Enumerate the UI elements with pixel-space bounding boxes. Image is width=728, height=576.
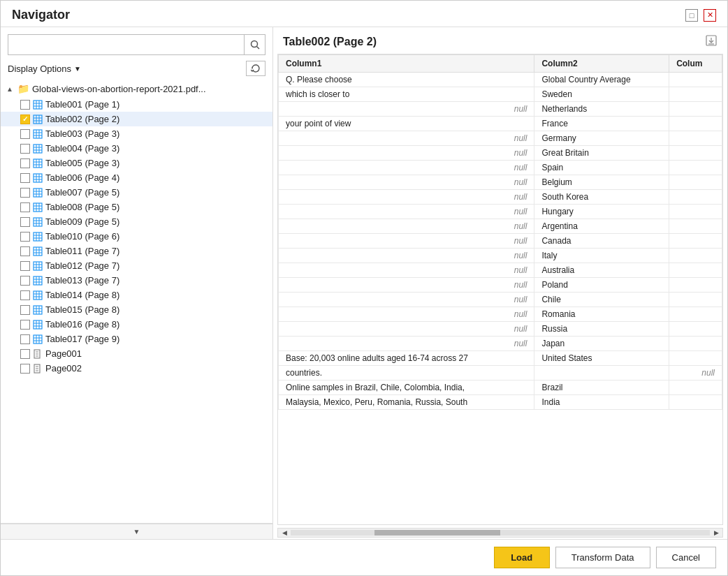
scroll-right-button[interactable]: ▶ bbox=[711, 529, 721, 537]
table-cell-col1: which is closer to bbox=[279, 87, 534, 102]
tree-child-label: Table011 (Page 7) bbox=[45, 246, 267, 256]
table-cell-col2: France bbox=[534, 117, 669, 131]
table-cell-col3 bbox=[669, 322, 722, 337]
tree-checkbox[interactable] bbox=[20, 364, 30, 374]
svg-rect-12 bbox=[34, 130, 42, 138]
tree-child-item[interactable]: Table009 (Page 5) bbox=[1, 214, 272, 229]
tree-child-label: Table001 (Page 1) bbox=[45, 99, 267, 110]
table-cell-col3 bbox=[669, 117, 722, 131]
transform-data-button[interactable]: Transform Data bbox=[555, 547, 650, 568]
tree-child-item[interactable]: Table004 (Page 3) bbox=[1, 141, 272, 156]
table-cell-col1: null bbox=[279, 322, 534, 337]
svg-rect-37 bbox=[34, 203, 42, 212]
close-button[interactable]: ✕ bbox=[704, 9, 716, 22]
table-cell-col3 bbox=[669, 87, 722, 102]
tree-checkbox[interactable] bbox=[20, 246, 30, 256]
tree-child-label: Table007 (Page 5) bbox=[45, 187, 267, 198]
tree-checkbox[interactable] bbox=[20, 334, 30, 344]
tree-checkbox[interactable] bbox=[20, 202, 30, 212]
export-button[interactable] bbox=[705, 34, 718, 50]
scroll-thumb bbox=[374, 530, 500, 536]
tree-area[interactable]: ▲ 📁 Global-views-on-abortion-report-2021… bbox=[1, 80, 272, 523]
navigator-window: Navigator □ ✕ Display Option bbox=[0, 0, 728, 576]
tree-child-item[interactable]: Table013 (Page 7) bbox=[1, 273, 272, 288]
tree-parent: ▲ 📁 Global-views-on-abortion-report-2021… bbox=[1, 80, 272, 376]
tree-child-item[interactable]: Table011 (Page 7) bbox=[1, 244, 272, 258]
table-row: nullCanada bbox=[279, 234, 722, 249]
tree-checkbox[interactable] bbox=[20, 188, 30, 198]
tree-child-label: Page002 bbox=[45, 363, 267, 374]
tree-checkbox[interactable] bbox=[20, 349, 30, 359]
tree-child-label: Table002 (Page 2) bbox=[45, 114, 267, 124]
tree-checkbox[interactable] bbox=[20, 173, 30, 183]
right-panel-title: Table002 (Page 2) bbox=[283, 36, 377, 48]
tree-child-item[interactable]: Table017 (Page 9) bbox=[1, 332, 272, 346]
display-options-button[interactable]: Display Options ▼ bbox=[8, 64, 81, 74]
tree-child-item[interactable]: Table002 (Page 2) bbox=[1, 112, 272, 126]
tree-child-item[interactable]: Table012 (Page 7) bbox=[1, 258, 272, 273]
tree-checkbox[interactable] bbox=[20, 217, 30, 227]
tree-child-item[interactable]: Table008 (Page 5) bbox=[1, 200, 272, 214]
search-button[interactable] bbox=[244, 35, 265, 54]
table-cell-col2: Germany bbox=[534, 131, 669, 146]
tree-checkbox[interactable] bbox=[20, 232, 30, 242]
cancel-button[interactable]: Cancel bbox=[656, 547, 716, 568]
table-cell-col3 bbox=[669, 249, 722, 263]
tree-child-item[interactable]: Table016 (Page 8) bbox=[1, 317, 272, 332]
table-row: nullSpain bbox=[279, 161, 722, 175]
table-icon bbox=[33, 173, 43, 183]
table-row: nullItaly bbox=[279, 249, 722, 263]
tree-checkbox[interactable] bbox=[20, 290, 30, 300]
tree-checkbox[interactable] bbox=[20, 129, 30, 139]
horizontal-scrollbar: ◀ ▶ bbox=[277, 528, 723, 538]
table-cell-col1: null bbox=[279, 293, 534, 307]
data-table-wrapper[interactable]: Column1Column2Colum Q. Please chooseGlob… bbox=[277, 54, 723, 525]
svg-rect-17 bbox=[34, 145, 42, 153]
tree-child-item[interactable]: Table015 (Page 8) bbox=[1, 302, 272, 317]
table-cell-col2: Great Britain bbox=[534, 146, 669, 161]
tree-checkbox[interactable] bbox=[20, 261, 30, 271]
tree-child-item[interactable]: Table007 (Page 5) bbox=[1, 185, 272, 200]
table-row: nullArgentina bbox=[279, 219, 722, 234]
table-row: nullGreat Britain bbox=[279, 146, 722, 161]
tree-child-label: Table017 (Page 9) bbox=[45, 334, 267, 344]
table-cell-col1: null bbox=[279, 278, 534, 293]
table-icon bbox=[33, 232, 43, 242]
refresh-button[interactable] bbox=[246, 61, 265, 76]
tree-parent-item[interactable]: ▲ 📁 Global-views-on-abortion-report-2021… bbox=[1, 80, 272, 97]
table-icon bbox=[33, 246, 43, 256]
search-input[interactable] bbox=[8, 36, 244, 54]
tree-checkbox[interactable] bbox=[20, 305, 30, 315]
table-icon bbox=[33, 144, 43, 154]
tree-child-label: Table006 (Page 4) bbox=[45, 172, 267, 183]
table-column-header: Column1 bbox=[279, 55, 534, 73]
scroll-left-button[interactable]: ◀ bbox=[279, 529, 289, 537]
maximize-button[interactable]: □ bbox=[685, 9, 698, 22]
tree-checkbox[interactable] bbox=[20, 100, 30, 110]
table-row: Q. Please chooseGlobal Country Average bbox=[279, 73, 722, 87]
table-row: your point of viewFrance bbox=[279, 117, 722, 131]
tree-checkbox[interactable] bbox=[20, 158, 30, 168]
table-row: nullNetherlands bbox=[279, 102, 722, 117]
tree-child-item[interactable]: Page001 bbox=[1, 346, 272, 361]
tree-child-label: Table009 (Page 5) bbox=[45, 216, 267, 227]
tree-child-item[interactable]: Table010 (Page 6) bbox=[1, 229, 272, 244]
tree-child-item[interactable]: Table005 (Page 3) bbox=[1, 156, 272, 170]
table-row: which is closer toSweden bbox=[279, 87, 722, 102]
tree-checkbox[interactable] bbox=[20, 320, 30, 330]
tree-child-item[interactable]: Table001 (Page 1) bbox=[1, 97, 272, 112]
table-cell-col2: Sweden bbox=[534, 87, 669, 102]
tree-child-item[interactable]: Table014 (Page 8) bbox=[1, 288, 272, 302]
load-button[interactable]: Load bbox=[494, 547, 550, 568]
tree-child-item[interactable]: Table003 (Page 3) bbox=[1, 126, 272, 141]
table-cell-col1: null bbox=[279, 131, 534, 146]
tree-checkbox[interactable] bbox=[20, 115, 30, 124]
table-cell-col2: Brazil bbox=[534, 381, 669, 395]
tree-checkbox[interactable] bbox=[20, 276, 30, 286]
tree-child-item[interactable]: Page002 bbox=[1, 361, 272, 376]
tree-checkbox[interactable] bbox=[20, 144, 30, 154]
table-cell-col2: Global Country Average bbox=[534, 73, 669, 87]
tree-child-item[interactable]: Table006 (Page 4) bbox=[1, 170, 272, 185]
table-cell-col3 bbox=[669, 131, 722, 146]
scroll-down-button[interactable]: ▼ bbox=[1, 524, 272, 539]
